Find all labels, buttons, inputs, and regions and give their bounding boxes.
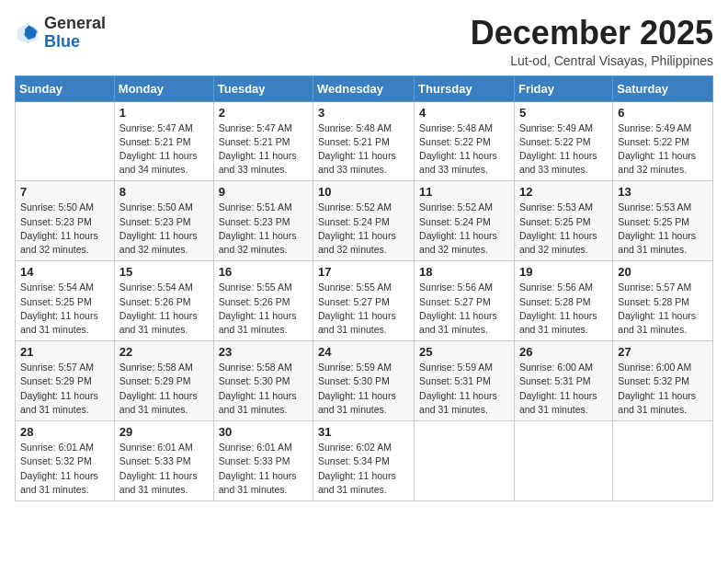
day-info: Sunrise: 5:50 AM Sunset: 5:23 PM Dayligh… [119,201,209,257]
calendar-cell: 11Sunrise: 5:52 AM Sunset: 5:24 PM Dayli… [415,181,515,261]
calendar-cell: 5Sunrise: 5:49 AM Sunset: 5:22 PM Daylig… [514,101,612,181]
week-row-2: 7Sunrise: 5:50 AM Sunset: 5:23 PM Daylig… [16,181,713,261]
calendar-cell: 7Sunrise: 5:50 AM Sunset: 5:23 PM Daylig… [16,181,115,261]
day-info: Sunrise: 6:00 AM Sunset: 5:31 PM Dayligh… [519,361,608,417]
calendar-cell: 30Sunrise: 6:01 AM Sunset: 5:33 PM Dayli… [213,421,313,501]
day-number: 7 [20,185,109,199]
day-info: Sunrise: 6:00 AM Sunset: 5:32 PM Dayligh… [618,361,708,417]
calendar-cell: 28Sunrise: 6:01 AM Sunset: 5:32 PM Dayli… [16,421,115,501]
day-info: Sunrise: 5:52 AM Sunset: 5:24 PM Dayligh… [419,201,509,257]
calendar-cell: 24Sunrise: 5:59 AM Sunset: 5:30 PM Dayli… [313,341,415,421]
day-number: 22 [119,345,209,359]
day-number: 17 [318,265,409,279]
calendar-cell: 22Sunrise: 5:58 AM Sunset: 5:29 PM Dayli… [114,341,213,421]
day-info: Sunrise: 6:02 AM Sunset: 5:34 PM Dayligh… [318,441,409,497]
calendar-cell: 13Sunrise: 5:53 AM Sunset: 5:25 PM Dayli… [613,181,713,261]
day-number: 20 [618,265,708,279]
day-number: 24 [318,345,409,359]
logo-general: General [44,14,106,32]
day-info: Sunrise: 6:01 AM Sunset: 5:33 PM Dayligh… [219,441,308,497]
week-row-1: 1Sunrise: 5:47 AM Sunset: 5:21 PM Daylig… [16,101,713,181]
day-info: Sunrise: 5:57 AM Sunset: 5:29 PM Dayligh… [20,361,109,417]
day-info: Sunrise: 5:58 AM Sunset: 5:29 PM Dayligh… [119,361,209,417]
week-row-4: 21Sunrise: 5:57 AM Sunset: 5:29 PM Dayli… [16,341,713,421]
month-title: December 2025 [471,15,713,52]
weekday-header-monday: Monday [114,75,213,101]
calendar-cell: 6Sunrise: 5:49 AM Sunset: 5:22 PM Daylig… [613,101,713,181]
day-number: 18 [419,265,509,279]
day-info: Sunrise: 5:53 AM Sunset: 5:25 PM Dayligh… [519,201,608,257]
calendar-cell: 10Sunrise: 5:52 AM Sunset: 5:24 PM Dayli… [313,181,415,261]
day-info: Sunrise: 5:53 AM Sunset: 5:25 PM Dayligh… [618,201,708,257]
calendar-cell: 17Sunrise: 5:55 AM Sunset: 5:27 PM Dayli… [313,261,415,341]
weekday-header-wednesday: Wednesday [313,75,415,101]
day-info: Sunrise: 5:56 AM Sunset: 5:28 PM Dayligh… [519,281,608,337]
day-number: 8 [119,185,209,199]
day-info: Sunrise: 5:59 AM Sunset: 5:30 PM Dayligh… [318,361,409,417]
logo-text: General Blue [44,15,106,52]
calendar-cell: 27Sunrise: 6:00 AM Sunset: 5:32 PM Dayli… [613,341,713,421]
calendar-cell: 20Sunrise: 5:57 AM Sunset: 5:28 PM Dayli… [613,261,713,341]
week-row-3: 14Sunrise: 5:54 AM Sunset: 5:25 PM Dayli… [16,261,713,341]
day-number: 25 [419,345,509,359]
day-info: Sunrise: 5:49 AM Sunset: 5:22 PM Dayligh… [519,121,608,178]
logo-icon [15,20,40,46]
calendar-cell: 1Sunrise: 5:47 AM Sunset: 5:21 PM Daylig… [114,101,213,181]
day-info: Sunrise: 5:58 AM Sunset: 5:30 PM Dayligh… [219,361,308,417]
weekday-header-thursday: Thursday [415,75,515,101]
day-info: Sunrise: 5:57 AM Sunset: 5:28 PM Dayligh… [618,281,708,337]
day-info: Sunrise: 5:54 AM Sunset: 5:25 PM Dayligh… [20,281,109,337]
day-number: 19 [519,265,608,279]
calendar-cell: 8Sunrise: 5:50 AM Sunset: 5:23 PM Daylig… [114,181,213,261]
day-info: Sunrise: 5:48 AM Sunset: 5:21 PM Dayligh… [318,121,409,178]
day-info: Sunrise: 5:49 AM Sunset: 5:22 PM Dayligh… [618,121,708,178]
day-number: 2 [219,106,308,120]
weekday-header-tuesday: Tuesday [213,75,313,101]
day-number: 30 [219,425,308,439]
calendar-cell: 15Sunrise: 5:54 AM Sunset: 5:26 PM Dayli… [114,261,213,341]
day-info: Sunrise: 5:54 AM Sunset: 5:26 PM Dayligh… [119,281,209,337]
title-block: December 2025 Lut-od, Central Visayas, P… [471,15,713,68]
day-number: 29 [119,425,209,439]
calendar-cell: 2Sunrise: 5:47 AM Sunset: 5:21 PM Daylig… [213,101,313,181]
day-number: 3 [318,106,409,120]
calendar-cell: 25Sunrise: 5:59 AM Sunset: 5:31 PM Dayli… [415,341,515,421]
day-number: 1 [119,106,209,120]
logo-blue: Blue [44,32,80,51]
calendar-cell [16,101,115,181]
day-number: 14 [20,265,109,279]
day-number: 4 [419,106,509,120]
day-info: Sunrise: 5:56 AM Sunset: 5:27 PM Dayligh… [419,281,509,337]
calendar-cell: 19Sunrise: 5:56 AM Sunset: 5:28 PM Dayli… [514,261,612,341]
day-number: 15 [119,265,209,279]
day-number: 9 [219,185,308,199]
day-info: Sunrise: 5:55 AM Sunset: 5:27 PM Dayligh… [318,281,409,337]
calendar-cell: 4Sunrise: 5:48 AM Sunset: 5:22 PM Daylig… [415,101,515,181]
day-info: Sunrise: 5:52 AM Sunset: 5:24 PM Dayligh… [318,201,409,257]
calendar-cell: 26Sunrise: 6:00 AM Sunset: 5:31 PM Dayli… [514,341,612,421]
day-number: 27 [618,345,708,359]
day-info: Sunrise: 5:51 AM Sunset: 5:23 PM Dayligh… [219,201,308,257]
weekday-header-sunday: Sunday [16,75,115,101]
calendar: SundayMondayTuesdayWednesdayThursdayFrid… [15,75,713,501]
day-info: Sunrise: 5:50 AM Sunset: 5:23 PM Dayligh… [20,201,109,257]
calendar-cell [514,421,612,501]
day-number: 23 [219,345,308,359]
day-info: Sunrise: 5:47 AM Sunset: 5:21 PM Dayligh… [119,121,209,178]
day-number: 31 [318,425,409,439]
day-number: 13 [618,185,708,199]
calendar-cell: 12Sunrise: 5:53 AM Sunset: 5:25 PM Dayli… [514,181,612,261]
day-number: 21 [20,345,109,359]
day-number: 10 [318,185,409,199]
day-number: 6 [618,106,708,120]
calendar-cell: 9Sunrise: 5:51 AM Sunset: 5:23 PM Daylig… [213,181,313,261]
page-header: General Blue December 2025 Lut-od, Centr… [15,15,713,68]
calendar-cell: 31Sunrise: 6:02 AM Sunset: 5:34 PM Dayli… [313,421,415,501]
calendar-cell: 23Sunrise: 5:58 AM Sunset: 5:30 PM Dayli… [213,341,313,421]
calendar-cell [613,421,713,501]
week-row-5: 28Sunrise: 6:01 AM Sunset: 5:32 PM Dayli… [16,421,713,501]
day-number: 28 [20,425,109,439]
day-info: Sunrise: 5:59 AM Sunset: 5:31 PM Dayligh… [419,361,509,417]
day-number: 16 [219,265,308,279]
calendar-cell: 29Sunrise: 6:01 AM Sunset: 5:33 PM Dayli… [114,421,213,501]
